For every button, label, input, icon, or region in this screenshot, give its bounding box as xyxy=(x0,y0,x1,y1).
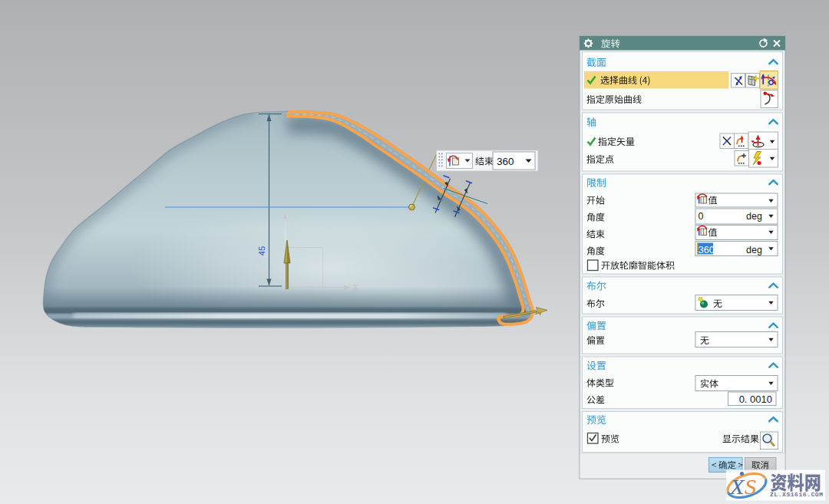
svg-text:deg: deg xyxy=(746,245,762,255)
svg-text:360: 360 xyxy=(497,156,514,167)
svg-text:deg: deg xyxy=(746,211,762,222)
svg-text:360: 360 xyxy=(699,245,715,255)
svg-text:0: 0 xyxy=(699,211,704,222)
svg-text:S: S xyxy=(745,476,756,499)
svg-text:0. 0010: 0. 0010 xyxy=(739,394,772,405)
svg-text:ZL.XS1616.COM: ZL.XS1616.COM xyxy=(770,491,824,498)
svg-text:45: 45 xyxy=(257,246,266,255)
svg-text:X: X xyxy=(729,476,745,499)
